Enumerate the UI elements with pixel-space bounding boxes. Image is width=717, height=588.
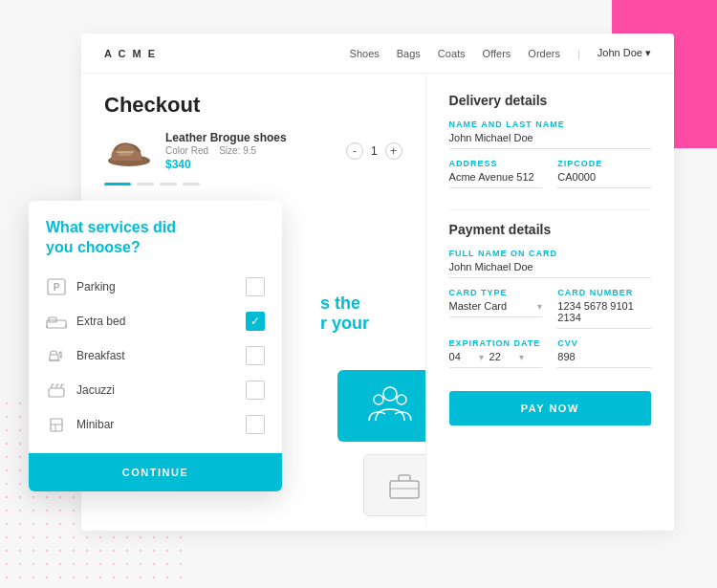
briefcase-icon <box>387 471 422 500</box>
jacuzzi-icon <box>46 381 67 399</box>
services-header: What services did you choose? <box>29 201 282 266</box>
extra-bed-checkbox[interactable] <box>246 312 265 331</box>
people-icon <box>366 382 414 430</box>
card-type-arrow: ▾ <box>537 301 542 312</box>
jacuzzi-checkbox[interactable] <box>246 381 265 400</box>
name-field-group: NAME AND LAST NAME John Michael Doe <box>449 120 651 149</box>
navbar: A C M E Shoes Bags Coats Offers Orders |… <box>81 33 674 74</box>
gray-card-icon <box>363 454 425 516</box>
product-price: $340 <box>165 158 335 171</box>
product-row: Leather Brogue shoes Color Red Size: 9.5… <box>104 131 402 171</box>
exp-label: EXPIRATION DATE <box>449 338 543 348</box>
pay-now-button[interactable]: PAY NOW <box>449 391 651 425</box>
quantity-value: 1 <box>371 144 378 158</box>
services-list: P Parking Extra bed <box>29 266 282 446</box>
parking-checkbox[interactable] <box>246 277 265 296</box>
exp-year-select[interactable]: 22 ▾ <box>489 351 524 362</box>
zipcode-field-group: ZIPCODE CA0000 <box>557 159 651 188</box>
exp-month-arrow: ▾ <box>479 352 484 362</box>
continue-button[interactable]: CONTINUE <box>29 453 282 491</box>
nav-divider: | <box>577 48 580 59</box>
card-type-label: CARD TYPE <box>449 288 543 297</box>
minibar-label: Minibar <box>76 418 236 431</box>
service-extra-bed: Extra bed <box>29 304 282 338</box>
minibar-icon <box>46 416 67 433</box>
quantity-decrease[interactable]: - <box>346 142 363 160</box>
extra-bed-label: Extra bed <box>76 315 236 328</box>
quantity-control: - 1 + <box>346 142 402 160</box>
exp-year-value: 22 <box>489 351 519 362</box>
service-breakfast: Breakfast <box>29 338 282 373</box>
address-field-group: ADDRESS Acme Avenue 512 <box>449 159 543 188</box>
fullname-card-value[interactable]: John Michael Doe <box>449 261 651 278</box>
card-number-group: CARD NUMBER 1234 5678 9101 2134 <box>557 288 651 329</box>
card-type-value: Master Card <box>449 300 538 312</box>
breakfast-checkbox[interactable] <box>246 346 265 365</box>
jacuzzi-label: Jacuzzi <box>76 383 236 397</box>
breakfast-label: Breakfast <box>76 349 236 362</box>
nav-bags[interactable]: Bags <box>397 48 421 59</box>
cvv-value[interactable]: 898 <box>557 351 651 368</box>
svg-point-2 <box>374 395 383 404</box>
zipcode-label: ZIPCODE <box>557 159 651 168</box>
address-zipcode-row: ADDRESS Acme Avenue 512 ZIPCODE CA0000 <box>449 159 651 198</box>
exp-month-value: 04 <box>449 351 479 362</box>
zipcode-value[interactable]: CA0000 <box>557 171 651 188</box>
card-type-group: CARD TYPE Master Card ▾ <box>449 288 543 329</box>
svg-point-3 <box>397 395 406 404</box>
svg-rect-12 <box>50 355 58 360</box>
service-jacuzzi: Jacuzzi <box>29 373 282 407</box>
bed-icon <box>46 313 67 330</box>
breakfast-icon <box>46 347 67 364</box>
nav-user[interactable]: John Doe ▾ <box>598 47 651 59</box>
exp-year-arrow: ▾ <box>519 352 524 362</box>
svg-point-1 <box>383 387 397 401</box>
parking-icon: P <box>46 278 67 295</box>
minibar-checkbox[interactable] <box>246 415 265 434</box>
cvv-group: CVV 898 <box>557 338 651 368</box>
step-1 <box>104 183 131 185</box>
svg-rect-4 <box>390 481 419 498</box>
right-panel: Delivery details NAME AND LAST NAME John… <box>425 74 674 527</box>
exp-month-select[interactable]: 04 ▾ <box>449 351 484 362</box>
expiration-group: EXPIRATION DATE 04 ▾ 22 ▾ <box>449 338 543 368</box>
card-number-label: CARD NUMBER <box>557 288 651 297</box>
shoe-icon <box>104 132 154 170</box>
logo: A C M E <box>104 48 157 59</box>
card-type-select[interactable]: Master Card ▾ <box>449 300 543 317</box>
svg-rect-14 <box>49 388 64 397</box>
nav-offers[interactable]: Offers <box>483 48 511 59</box>
cvv-label: CVV <box>557 338 651 348</box>
services-card: What services did you choose? P Parking <box>29 201 282 491</box>
name-label: NAME AND LAST NAME <box>449 120 651 129</box>
step-4 <box>183 183 200 185</box>
product-info: Leather Brogue shoes Color Red Size: 9.5… <box>165 131 335 171</box>
parking-label: Parking <box>76 280 236 294</box>
blue-card-icon <box>337 370 425 442</box>
product-image <box>104 132 154 170</box>
payment-section-title: Payment details <box>449 222 651 237</box>
address-label: ADDRESS <box>449 159 543 168</box>
step-progress <box>104 183 402 185</box>
fullname-card-group: FULL NAME ON CARD John Michael Doe <box>449 249 651 278</box>
card-type-number-row: CARD TYPE Master Card ▾ CARD NUMBER 1234… <box>449 288 651 338</box>
service-parking: P Parking <box>29 270 282 304</box>
nav-links: Shoes Bags Coats Offers Orders | John Do… <box>350 47 651 59</box>
promo-text: s the r your <box>320 294 369 334</box>
nav-orders[interactable]: Orders <box>528 48 560 59</box>
nav-coats[interactable]: Coats <box>438 48 466 59</box>
quantity-increase[interactable]: + <box>385 142 402 160</box>
nav-shoes[interactable]: Shoes <box>350 48 380 59</box>
services-title: What services did you choose? <box>46 218 265 258</box>
checkout-title: Checkout <box>104 93 402 118</box>
step-2 <box>137 183 154 185</box>
promo-line1: s the <box>320 294 369 314</box>
card-number-value[interactable]: 1234 5678 9101 2134 <box>557 300 651 329</box>
svg-text:P: P <box>54 282 60 293</box>
step-3 <box>160 183 177 185</box>
name-value[interactable]: John Michael Doe <box>449 132 651 149</box>
section-divider <box>449 209 651 210</box>
fullname-card-label: FULL NAME ON CARD <box>449 249 651 258</box>
address-value[interactable]: Acme Avenue 512 <box>449 171 543 188</box>
exp-cvv-row: EXPIRATION DATE 04 ▾ 22 ▾ CVV 89 <box>449 338 651 378</box>
